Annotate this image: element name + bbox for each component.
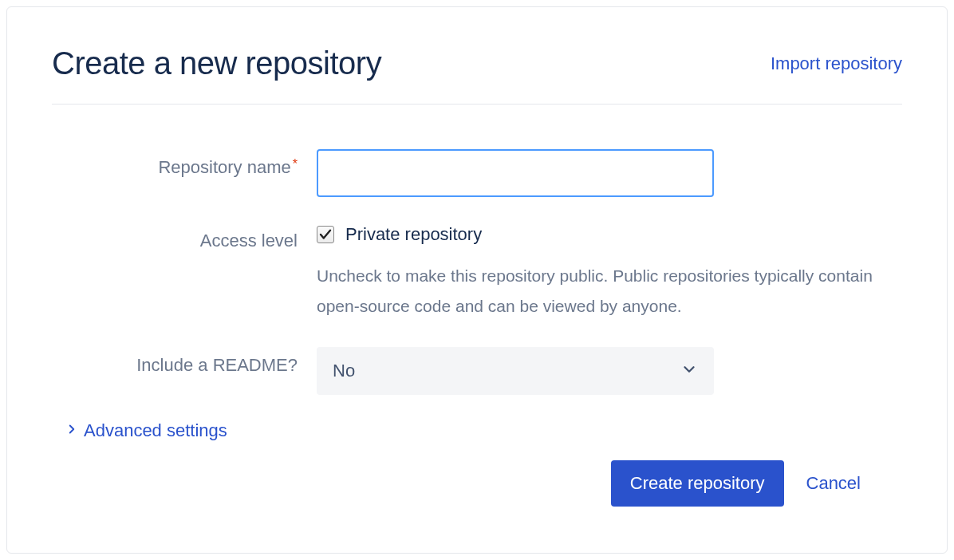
advanced-settings-toggle[interactable]: Advanced settings xyxy=(65,420,902,441)
readme-label: Include a README? xyxy=(136,355,298,375)
readme-select[interactable]: No xyxy=(317,347,714,395)
repo-name-row: Repository name* xyxy=(52,149,902,197)
cancel-button[interactable]: Cancel xyxy=(806,473,861,494)
readme-select-value: No xyxy=(333,361,355,381)
private-repository-checkbox[interactable] xyxy=(317,226,334,243)
access-level-row: Access level Private repository Uncheck … xyxy=(52,223,902,321)
chevron-right-icon xyxy=(65,422,79,440)
checkmark-icon xyxy=(318,227,333,242)
private-checkbox-row: Private repository xyxy=(317,223,902,245)
advanced-settings-label: Advanced settings xyxy=(84,420,227,441)
repo-name-label: Repository name xyxy=(158,157,290,177)
create-repository-button[interactable]: Create repository xyxy=(611,460,784,507)
readme-control-col: No xyxy=(317,347,902,395)
access-level-control-col: Private repository Uncheck to make this … xyxy=(317,223,902,321)
repo-name-input[interactable] xyxy=(317,149,714,197)
readme-label-col: Include a README? xyxy=(52,347,317,376)
required-indicator: * xyxy=(293,157,298,171)
page-title: Create a new repository xyxy=(52,45,381,81)
repo-name-control-col xyxy=(317,149,902,197)
readme-row: Include a README? No xyxy=(52,347,902,395)
chevron-down-icon xyxy=(680,361,698,381)
repo-name-label-col: Repository name* xyxy=(52,149,317,178)
access-level-help-text: Uncheck to make this repository public. … xyxy=(317,261,875,321)
import-repository-link[interactable]: Import repository xyxy=(771,53,902,74)
panel-header: Create a new repository Import repositor… xyxy=(52,45,902,105)
create-repo-panel: Create a new repository Import repositor… xyxy=(6,6,948,554)
access-level-label-col: Access level xyxy=(52,223,317,251)
action-buttons: Create repository Cancel xyxy=(611,460,861,507)
access-level-label: Access level xyxy=(200,231,298,250)
private-repository-label: Private repository xyxy=(345,224,482,245)
